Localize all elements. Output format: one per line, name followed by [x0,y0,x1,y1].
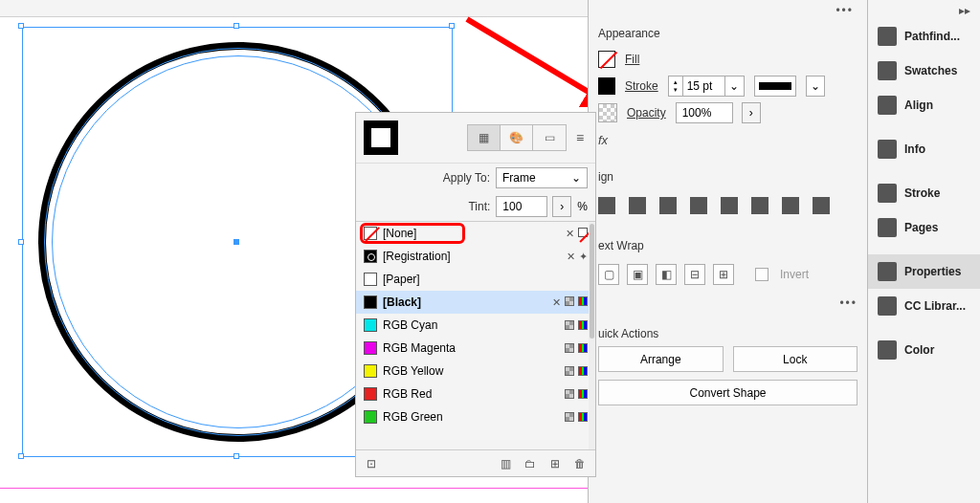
swatch-row[interactable]: [Registration]✕✦ [356,245,595,268]
align-center-h-icon[interactable] [629,197,646,214]
stroke-style-preview[interactable] [754,76,796,97]
rail-item-align[interactable]: Align [868,88,980,122]
swatch-options-icon[interactable]: ⊡ [364,456,379,471]
swatches-footer: ⊡ ▥ 🗀 ⊞ 🗑 [356,449,595,476]
pages-icon [878,218,897,237]
new-swatch-icon[interactable]: ⊞ [547,456,563,471]
gradient-tab-icon[interactable]: ▭ [533,125,566,150]
wrap-jumpcol-icon[interactable]: ⊞ [713,264,734,285]
swatch-type-icons [565,343,588,353]
swatch-color-icon [364,273,377,286]
swatch-color-icon [364,387,377,401]
folder-icon[interactable]: 🗀 [523,456,538,471]
align-top-icon[interactable] [690,197,707,214]
swatches-header: ▦ 🎨 ▭ ≡ [356,113,595,164]
swatches-tab-icon[interactable]: ▦ [468,125,501,150]
lock-button[interactable]: Lock [733,346,858,372]
transparency-icon[interactable] [598,103,617,122]
rail-item-color[interactable]: Color [868,333,980,367]
tint-input[interactable]: 100 [496,196,547,217]
apply-to-row: Apply To: Frame ⌄ [356,164,595,192]
swatch-row[interactable]: RGB Cyan [356,314,595,337]
rail-item-label: Info [904,142,925,156]
align-left-icon[interactable] [598,197,615,214]
stroke-row: Stroke ▴▾ 15 pt ⌄ ⌄ [598,73,858,99]
opacity-label[interactable]: Opacity [627,106,666,120]
rail-collapse-icon[interactable]: ▸▸ [868,0,980,19]
rail-item-label: Color [904,343,934,357]
rail-item-cclibrar[interactable]: CC Librar... [868,289,980,323]
fill-swatch-icon[interactable] [598,51,615,68]
swatch-row[interactable]: [None]✕ [356,222,595,245]
align-right-icon[interactable] [659,197,677,214]
distribute-v-icon[interactable] [813,197,830,214]
swatch-list[interactable]: [None]✕[Registration]✕✦[Paper][Black]✕RG… [356,221,595,449]
color-tab-icon[interactable]: 🎨 [501,125,533,150]
stroke-label[interactable]: Stroke [625,79,658,93]
chevron-down-icon[interactable]: ⌄ [725,76,745,97]
panel-menu-icon[interactable]: ••• [598,296,858,310]
apply-to-select[interactable]: Frame ⌄ [496,167,588,188]
fill-label[interactable]: Fill [625,53,639,66]
chevron-right-icon[interactable]: › [552,196,571,217]
swatch-name: RGB Yellow [383,364,559,378]
trash-icon[interactable]: 🗑 [572,456,588,471]
stroke-swatch-icon[interactable] [598,77,615,95]
wrap-bbox-icon[interactable]: ▣ [627,264,648,285]
rail-item-stroke[interactable]: Stroke [868,176,980,210]
distribute-h-icon[interactable] [782,197,799,214]
chevron-right-icon[interactable]: › [742,102,761,123]
handle-center[interactable] [234,239,239,245]
apply-to-label: Apply To: [443,171,490,185]
chevron-down-icon: ⌄ [571,171,581,185]
arrange-button[interactable]: Arrange [598,346,724,372]
rail-item-swatches[interactable]: Swatches [868,54,980,88]
cclibrar-icon [878,296,897,316]
properties-panel: ••• Appearance Fill Stroke ▴▾ 15 pt ⌄ ⌄ … [588,0,867,503]
flyout-menu-icon[interactable]: ≡ [572,130,588,145]
handle-top-left[interactable] [18,23,24,29]
stroke-weight-value[interactable]: 15 pt [683,76,725,97]
stepper-buttons-icon[interactable]: ▴▾ [668,76,683,97]
swatch-row[interactable]: [Paper] [356,268,595,291]
handle-top-middle[interactable] [234,23,239,29]
align-bottom-icon[interactable] [751,197,768,214]
stroke-weight-stepper[interactable]: ▴▾ 15 pt ⌄ [668,76,745,97]
rail-item-info[interactable]: Info [868,132,980,166]
fx-icon[interactable]: fx [598,133,608,147]
wrap-none-icon[interactable]: ▢ [598,264,619,285]
stroke-fill-proxy-icon[interactable] [364,120,398,155]
info-icon [878,140,897,159]
align-icon [878,96,897,115]
opacity-value[interactable]: 100% [676,102,733,123]
swatch-row[interactable]: RGB Yellow [356,360,595,383]
rail-item-pathfind[interactable]: Pathfind... [868,19,980,54]
swatch-row[interactable]: [Black]✕ [356,291,595,314]
panel-menu-icon[interactable]: ••• [835,4,854,17]
swatches-popup: ▦ 🎨 ▭ ≡ Apply To: Frame ⌄ Tint: 100 › % … [355,112,596,477]
rail-item-label: Stroke [904,186,940,200]
scrollbar[interactable] [589,222,595,449]
swatch-row[interactable]: RGB Magenta [356,337,595,360]
invert-checkbox[interactable] [755,268,768,281]
quick-actions-row-2: Convert Shape [598,380,858,405]
tint-suffix: % [577,200,588,213]
ruler [0,0,589,17]
handle-bottom-middle[interactable] [234,453,239,459]
pathfind-icon [878,27,897,46]
swatch-color-icon [364,364,377,378]
handle-bottom-left[interactable] [18,453,24,459]
swatch-row[interactable]: RGB Red [356,383,595,405]
chevron-down-icon[interactable]: ⌄ [806,76,825,97]
align-center-v-icon[interactable] [721,197,738,214]
quick-actions-heading: uick Actions [598,327,858,340]
rail-item-properties[interactable]: Properties [868,254,980,289]
handle-top-right[interactable] [449,23,455,29]
wrap-jump-icon[interactable]: ⊟ [684,264,705,285]
rail-item-pages[interactable]: Pages [868,210,980,245]
convert-shape-button[interactable]: Convert Shape [598,380,858,405]
handle-middle-left[interactable] [18,239,24,245]
new-group-icon[interactable]: ▥ [498,456,513,471]
wrap-shape-icon[interactable]: ◧ [656,264,677,285]
swatch-row[interactable]: RGB Green [356,405,595,428]
